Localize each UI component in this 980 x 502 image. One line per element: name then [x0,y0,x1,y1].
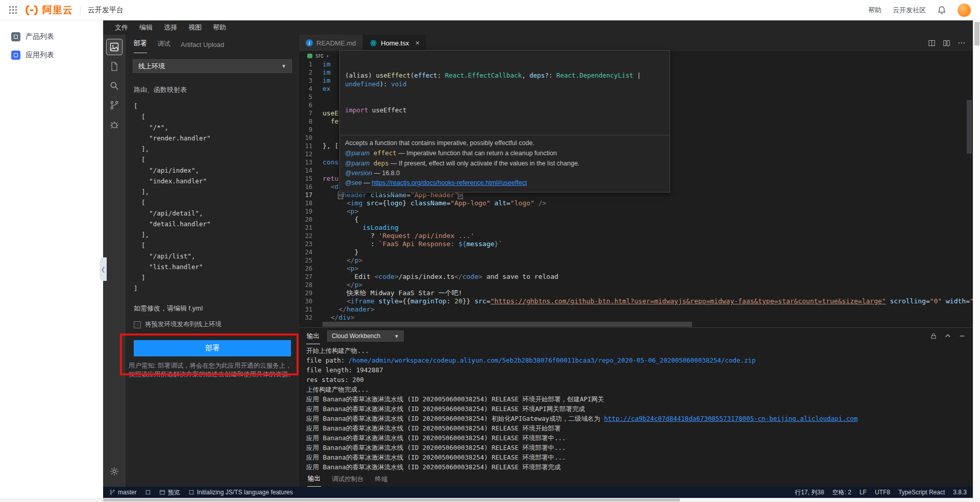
sidebar-item-label: 产品列表 [26,32,54,41]
deploy-panel-tab-0[interactable]: 部署 [134,39,147,53]
page-vertical-scrollbar[interactable] [973,20,980,498]
mapping-line: [ [134,111,291,122]
code-line: 30 <iframe style={{marginTop: 20}} src="… [299,297,973,305]
status-label: Initializing JS/TS language features [197,489,293,496]
mapping-line: "index.handler" [134,176,291,186]
menu-item-3[interactable]: 视图 [183,23,207,32]
line-number: 23 [299,240,323,248]
file-icon[interactable] [106,58,122,75]
line-number: 10 [299,134,323,142]
output-channel-select[interactable]: Cloud Workbench ▼ [327,330,404,342]
alibaba-cloud-logo[interactable]: 阿里云 [24,4,73,17]
menu-item-1[interactable]: 编辑 [134,23,158,32]
status-right-1[interactable]: 空格: 2 [832,488,851,497]
sidebar-item-0[interactable]: 产品列表 [0,28,103,46]
code-text: 快来给 Midway FaaS Star 一个吧! [323,289,973,297]
source-control-icon[interactable] [106,97,122,113]
doc-tag-row: @version — 16.8.0 [345,169,665,178]
notification-bell-icon[interactable] [937,6,946,15]
status-right-2[interactable]: LF [860,489,867,496]
status-sync[interactable] [145,489,151,495]
mapping-line: "list.handler" [134,261,291,272]
close-icon[interactable]: ✕ [415,40,420,46]
maximize-panel-icon[interactable] [944,332,951,340]
close-panel-icon[interactable] [959,332,966,340]
code-line: 31 </header> [299,305,973,314]
sidebar-item-1[interactable]: 应用列表 [0,46,103,64]
deploy-panel-tab-1[interactable]: 调试 [157,39,170,53]
line-number: 2 [299,68,323,77]
line-number: 1 [299,60,323,68]
line-number: 31 [299,305,323,314]
status-label: master [118,489,137,496]
code-line: 28 </p> [299,281,973,289]
app-list-icon [11,51,20,60]
status-language-status[interactable]: Initializing JS/TS language features [188,489,293,496]
output-text: file length: 1942887 [306,366,383,374]
menu-item-4[interactable]: 帮助 [207,23,232,32]
deploy-button[interactable]: 部署 [134,340,291,356]
status-branch[interactable]: master [109,489,137,496]
output-line: 开始上传构建产物... [306,346,966,355]
code-line: 26 <p> [299,265,973,273]
panel-title-tab[interactable]: 输出 [306,328,320,344]
status-right-5[interactable]: 3.8.3 [953,489,967,496]
status-preview[interactable]: 预览 [159,488,180,497]
mapping-line: "/api/detail", [134,208,291,219]
breadcrumb-item[interactable]: src [315,52,324,59]
output-text: 上传构建产物完成... [306,386,369,393]
code-text: isLoading [323,224,973,232]
line-number: 21 [299,224,323,232]
more-actions-icon[interactable]: ⋯ [958,38,966,47]
toggle-layout-icon[interactable] [928,39,936,47]
editor-tabbar: iREADME.mdHome.tsx✕ ⋯ [299,35,973,51]
editor-horizontal-scrollbar[interactable] [323,322,960,327]
tab-label: README.md [316,39,356,47]
environment-select[interactable]: 线上环境 ▼ [133,59,292,73]
line-number: 24 [299,248,323,256]
explorer-icon[interactable] [106,39,122,55]
sidebar-collapse-handle[interactable]: ❮ [100,257,107,281]
edit-hint: 如需修改，请编辑 f.yml [134,304,291,313]
output-link[interactable]: /home/admin/workspace/codeup.aliyun.com/… [349,356,756,364]
lock-scroll-icon[interactable] [930,332,937,340]
status-right-0[interactable]: 行17, 列38 [795,488,824,497]
hover-description: Accepts a function that contains imperat… [345,139,665,148]
doc-param-name: effect [370,149,397,157]
panel-tab-0[interactable]: 输出 [307,471,321,487]
output-line: file path: /home/admin/workspace/codeup.… [306,355,966,365]
editor-tab-readme-md[interactable]: iREADME.md [299,35,363,51]
publish-checkbox[interactable] [134,321,141,328]
menu-item-0[interactable]: 文件 [109,23,134,32]
community-link[interactable]: 云开发社区 [893,6,926,15]
help-link[interactable]: 帮助 [868,6,881,15]
mapping-line: [ [134,240,291,251]
status-bar: master预览Initializing JS/TS language feat… [103,487,973,498]
editor-vertical-scrollbar[interactable] [967,100,972,154]
src-folder-icon [307,54,312,58]
panel-tab-2[interactable]: 终端 [375,472,388,487]
branch-icon [109,489,115,495]
menu-item-2[interactable]: 选择 [158,23,183,32]
page-horizontal-scrollbar[interactable] [0,498,980,502]
search-icon[interactable] [106,78,122,94]
output-line: 应用 Banana的香草冰激淋流水线 (ID 2020050600038254)… [306,423,966,433]
debug-icon[interactable] [106,116,122,133]
output-text: file path: [306,356,349,364]
apps-grid-icon[interactable] [9,6,17,14]
split-editor-icon[interactable] [943,39,950,47]
brand-name: 阿里云 [42,4,73,17]
editor-tab-home-tsx[interactable]: Home.tsx✕ [363,35,427,51]
deploy-panel-tab-2[interactable]: Artifact Upload [181,41,224,53]
line-number: 28 [299,281,323,289]
output-link[interactable]: http://ca9b24c07d84418da673085573178005-… [604,415,858,422]
code-text: { [323,216,973,224]
settings-icon[interactable] [106,463,122,480]
user-avatar[interactable] [958,4,971,17]
product-list-icon [11,32,20,41]
status-right-3[interactable]: UTF8 [875,489,890,496]
deploy-zone: 部署 [134,340,291,356]
status-right-4[interactable]: TypeScript React [898,489,945,496]
hover-doc-link[interactable]: https://reactjs.org/docs/hooks-reference… [372,179,527,186]
panel-tab-1[interactable]: 调试控制台 [331,472,364,487]
